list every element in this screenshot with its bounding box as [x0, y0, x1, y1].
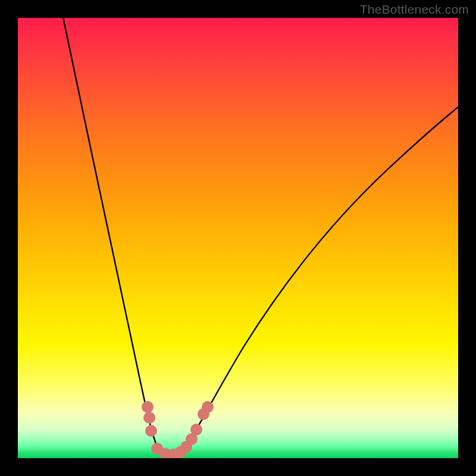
dot: [202, 401, 214, 413]
curve-left-branch: [61, 18, 170, 457]
dot: [145, 425, 157, 437]
curve-layer: [18, 18, 458, 458]
chart-stage: TheBottleneck.com: [0, 0, 476, 476]
dot: [142, 401, 154, 413]
plot-area: [18, 18, 458, 458]
dot: [143, 412, 155, 424]
dot-cluster: [142, 401, 214, 458]
curve-right-branch: [170, 107, 458, 457]
watermark-text: TheBottleneck.com: [360, 2, 469, 17]
dot: [190, 424, 202, 436]
